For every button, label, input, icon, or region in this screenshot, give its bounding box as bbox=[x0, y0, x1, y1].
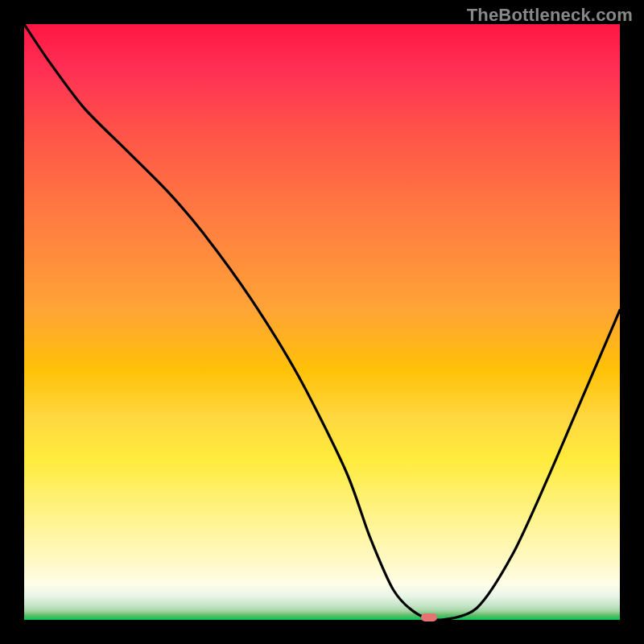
plot-area bbox=[24, 24, 620, 620]
chart-frame: TheBottleneck.com bbox=[0, 0, 644, 644]
bottleneck-curve bbox=[24, 24, 620, 620]
minimum-marker bbox=[421, 613, 437, 621]
watermark-text: TheBottleneck.com bbox=[467, 5, 633, 26]
